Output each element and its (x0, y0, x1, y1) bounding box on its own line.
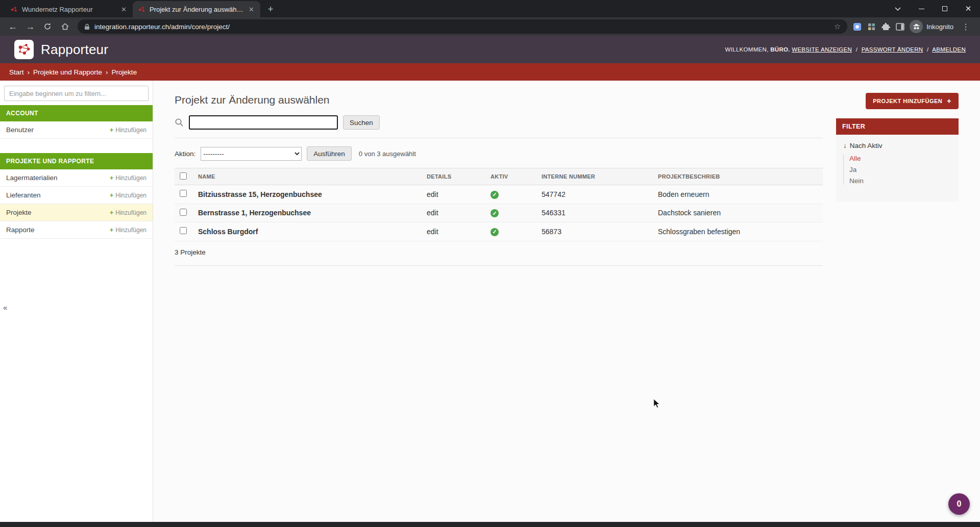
sidebar-add-link[interactable]: + Hinzufügen (110, 226, 146, 234)
project-name-link[interactable]: Bitziusstrasse 15, Herzogenbuchsee (198, 190, 322, 198)
interne-nummer-cell: 56873 (536, 222, 653, 241)
projektbeschrieb-cell: Boden erneuern (653, 185, 823, 204)
bookmark-star-icon[interactable]: ☆ (834, 22, 841, 31)
extensions-puzzle-icon[interactable] (881, 22, 890, 31)
tab-close-icon[interactable]: ✕ (120, 5, 128, 14)
sidebar: ACCOUNT Benutzer + Hinzufügen PROJEKTE U… (0, 81, 153, 522)
home-icon[interactable] (57, 19, 72, 34)
project-name-link[interactable]: Schloss Burgdorf (198, 228, 258, 236)
sidebar-section-projekte: PROJEKTE UND RAPPORTE Lagermaterialien +… (0, 153, 153, 239)
edit-link[interactable]: edit (427, 190, 438, 198)
new-tab-button[interactable]: + (263, 2, 278, 16)
column-header-details: DETAILS (422, 168, 485, 185)
result-count: 3 Projekte (175, 248, 823, 266)
column-header-projektbeschrieb[interactable]: PROJEKTBESCHRIEB (653, 168, 823, 185)
plus-icon: + (110, 174, 114, 182)
breadcrumb-separator: › (106, 68, 108, 76)
filter-option-alle[interactable]: Alle (849, 155, 951, 162)
view-site-link[interactable]: WEBSITE ANZEIGEN (792, 46, 852, 53)
filter-panel: FILTER ↓ Nach Aktiv Alle Ja Nein (836, 118, 959, 202)
table-header-row: NAME DETAILS AKTIV INTERNE NUMMER PROJEK… (175, 168, 823, 185)
sidebar-item-projekte[interactable]: Projekte + Hinzufügen (0, 204, 153, 221)
plus-icon: + (110, 209, 114, 216)
column-header-name[interactable]: NAME (193, 168, 422, 185)
interne-nummer-cell: 546331 (536, 204, 653, 222)
sidebar-add-link[interactable]: + Hinzufügen (110, 174, 146, 182)
address-bar[interactable]: integration.rapporteur.ch/admin/core/pro… (78, 19, 847, 34)
column-header-interne-nummer[interactable]: INTERNE NUMMER (536, 168, 653, 185)
sidebar-collapse-icon[interactable]: « (3, 303, 7, 312)
reload-icon[interactable] (40, 19, 55, 34)
edit-link[interactable]: edit (427, 228, 438, 236)
window-close-button[interactable]: ✕ (957, 0, 980, 17)
window-maximize-button[interactable] (933, 0, 957, 17)
window-controls: ✕ (886, 0, 980, 17)
sidebar-item-label[interactable]: Projekte (6, 209, 32, 216)
notification-badge[interactable]: 0 (948, 493, 970, 515)
user-tools: WILLKOMMEN, BÜRO. WEBSITE ANZEIGEN / PAS… (725, 46, 966, 53)
sidebar-add-link[interactable]: + Hinzufügen (110, 126, 146, 134)
select-all-checkbox[interactable] (180, 172, 187, 180)
search-icon (175, 118, 184, 127)
sidebar-item-benutzer[interactable]: Benutzer + Hinzufügen (0, 121, 153, 139)
welcome-text: WILLKOMMEN, (725, 46, 769, 53)
sidebar-add-link[interactable]: + Hinzufügen (110, 191, 146, 199)
sort-down-arrow-icon: ↓ (843, 142, 847, 149)
column-header-aktiv[interactable]: AKTIV (485, 168, 536, 185)
sidebar-item-lagermaterialien[interactable]: Lagermaterialien + Hinzufügen (0, 169, 153, 187)
browser-toolbar: ← → integration.rapporteur.ch/admin/core… (0, 17, 980, 36)
search-input[interactable] (189, 115, 338, 130)
browser-tab-inactive[interactable]: Wundernetz Rapporteur ✕ (5, 1, 133, 17)
window-chevron-icon[interactable] (886, 0, 910, 17)
sidebar-item-label[interactable]: Lagermaterialien (6, 174, 58, 182)
sidebar-item-label[interactable]: Rapporte (6, 226, 35, 234)
sidebar-filter-input[interactable] (4, 86, 149, 101)
sidebar-item-lieferanten[interactable]: Lieferanten + Hinzufügen (0, 187, 153, 204)
sidebar-section-title: PROJEKTE UND RAPPORTE (0, 153, 153, 169)
sidebar-item-label[interactable]: Lieferanten (6, 191, 41, 199)
logout-link[interactable]: ABMELDEN (932, 46, 966, 53)
sidebar-add-label: Hinzufügen (115, 227, 146, 234)
sidebar-add-label: Hinzufügen (115, 127, 146, 134)
execute-button[interactable]: Ausführen (307, 146, 352, 161)
back-icon[interactable]: ← (5, 19, 20, 34)
sidebar-item-label[interactable]: Benutzer (6, 126, 34, 134)
action-label: Aktion: (175, 150, 195, 158)
filter-option-nein[interactable]: Nein (849, 177, 951, 185)
filter-option-ja[interactable]: Ja (849, 166, 951, 173)
profile-button[interactable]: Inkognito (910, 20, 953, 33)
browser-tab-active[interactable]: Projekt zur Änderung auswählen ✕ (133, 1, 260, 17)
breadcrumb-start-link[interactable]: Start (9, 68, 24, 76)
browser-tab-strip: Wundernetz Rapporteur ✕ Projekt zur Ände… (0, 0, 980, 17)
app-logo[interactable] (14, 40, 34, 59)
edit-link[interactable]: edit (427, 209, 438, 217)
forward-icon[interactable]: → (22, 19, 38, 34)
projects-table: NAME DETAILS AKTIV INTERNE NUMMER PROJEK… (175, 168, 823, 241)
tab-close-icon[interactable]: ✕ (248, 5, 255, 14)
row-checkbox[interactable] (180, 227, 187, 234)
row-checkbox[interactable] (180, 190, 187, 197)
extension-icon[interactable] (867, 22, 876, 31)
change-password-link[interactable]: PASSWORT ÄNDERN (862, 46, 923, 53)
search-button[interactable]: Suchen (343, 115, 380, 130)
sidebar-add-link[interactable]: + Hinzufügen (110, 209, 146, 216)
action-bar: Aktion: --------- Ausführen 0 von 3 ausg… (175, 146, 823, 161)
project-name-link[interactable]: Bernstrasse 1, Herzogenbuchsee (198, 209, 311, 217)
plus-icon: + (947, 97, 951, 105)
active-yes-icon: ✓ (491, 209, 499, 217)
row-checkbox[interactable] (180, 209, 187, 216)
action-select[interactable]: --------- (201, 147, 302, 161)
search-bar: Suchen (175, 115, 823, 138)
browser-menu-icon[interactable]: ⋮ (959, 22, 973, 32)
side-panel-icon[interactable] (895, 22, 904, 31)
breadcrumb-separator: › (28, 68, 30, 76)
main-content: Projekt zur Änderung auswählen Suchen Ak… (153, 81, 980, 522)
sidebar-item-rapporte[interactable]: Rapporte + Hinzufügen (0, 221, 153, 239)
extension-icon[interactable] (852, 22, 862, 31)
active-yes-icon: ✓ (491, 191, 499, 199)
window-minimize-button[interactable] (910, 0, 933, 17)
add-project-button[interactable]: PROJEKT HINZUFÜGEN + (866, 93, 959, 109)
breadcrumb-section-link[interactable]: Projekte und Rapporte (33, 68, 102, 76)
breadcrumb-current: Projekte (112, 68, 137, 76)
table-row: Schloss Burgdorf edit ✓ 56873 Schlossgra… (175, 222, 823, 241)
